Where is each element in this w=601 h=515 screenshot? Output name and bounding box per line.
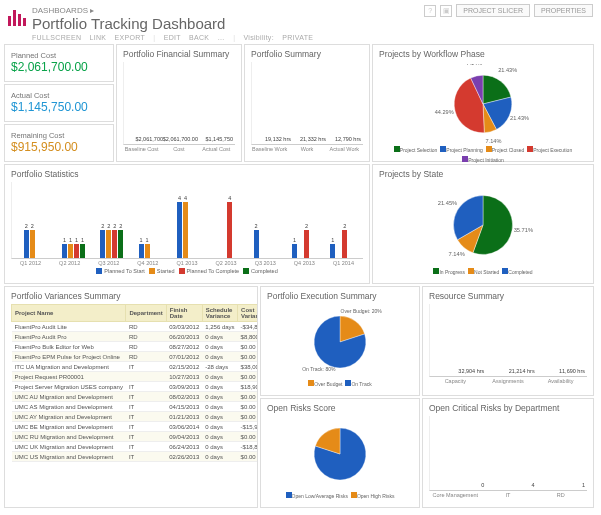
table-row[interactable]: FluentPro EPM Pulse for Project OnlineRD… (12, 352, 259, 362)
link-link[interactable]: LINK (90, 34, 107, 41)
card-statistics: Portfolio Statistics 2211112222114442121… (4, 164, 370, 284)
table-row[interactable]: FluentPro Bulk Editor for WebRD08/27/201… (12, 342, 259, 352)
toolbar-links: FULLSCREEN LINK EXPORT | EDIT BACK … | V… (32, 34, 319, 41)
card-risks-dept: Open Critical Risks by Department 041 Co… (422, 398, 594, 508)
card-execution: Portfolio Execution Summary Over Budget:… (260, 286, 420, 396)
svg-text:7.14%: 7.14% (466, 64, 482, 66)
table-row[interactable]: FluentPro Audit ProRD06/20/20130 days$8,… (12, 332, 259, 342)
value-actual: $1,145,750.00 (11, 100, 107, 114)
label-remaining: Remaining Cost (11, 131, 107, 140)
value-remaining: $915,950.00 (11, 140, 107, 154)
table-row[interactable]: UMC RU Migration and DevelopmentIT09/04/… (12, 432, 259, 442)
financial-title: Portfolio Financial Summary (123, 49, 235, 59)
label-planned: Planned Cost (11, 51, 107, 60)
link-edit[interactable]: EDIT (164, 34, 181, 41)
table-row[interactable]: UMC BE Migration and DevelopmentIT03/06/… (12, 422, 259, 432)
card-risks-score: Open Risks Score Open Low/Average RisksO… (260, 398, 420, 508)
table-row[interactable]: ITC UA Migration and DevelopmentIT02/15/… (12, 362, 259, 372)
project-slicer-button[interactable]: PROJECT SLICER (456, 4, 530, 17)
execution-title: Portfolio Execution Summary (267, 291, 413, 301)
value-planned: $2,061,700.00 (11, 60, 107, 74)
card-planned-cost: Planned Cost $2,061,700.00 (4, 44, 114, 82)
card-portfolio-summary: Portfolio Summary 19,132 hrs21,332 hrs12… (244, 44, 370, 162)
table-row[interactable]: Project Server Migration USES companyIT0… (12, 382, 259, 392)
card-actual-cost: Actual Cost $1,145,750.00 (4, 84, 114, 122)
topbar: DASHBOARDS ▸ Portfolio Tracking Dashboar… (0, 0, 601, 36)
table-row[interactable]: UMC AU Migration and DevelopmentIT08/02/… (12, 392, 259, 402)
svg-text:21.43%: 21.43% (510, 115, 529, 121)
svg-text:21.43%: 21.43% (498, 67, 517, 73)
table-row[interactable]: UMC AY Migration and DevelopmentIT01/21/… (12, 412, 259, 422)
table-row[interactable]: UMC US Migration and DevelopmentIT02/26/… (12, 452, 259, 462)
table-row[interactable]: Project Request PR0000110/27/20130 days$… (12, 372, 259, 382)
svg-text:35.71%: 35.71% (514, 227, 533, 233)
variances-table: Project NameDepartmentFinish DateSchedul… (11, 304, 258, 462)
risks-score-title: Open Risks Score (267, 403, 413, 413)
table-row[interactable]: UMC AS Migration and DevelopmentIT04/15/… (12, 402, 259, 412)
svg-text:On Track: 80%: On Track: 80% (302, 366, 336, 372)
svg-text:Over Budget: 20%: Over Budget: 20% (341, 308, 383, 314)
visibility-value: PRIVATE (282, 34, 313, 41)
statistics-title: Portfolio Statistics (11, 169, 363, 179)
summary-title: Portfolio Summary (251, 49, 363, 59)
card-variances: Portfolio Variances Summary Project Name… (4, 286, 258, 508)
variances-title: Portfolio Variances Summary (11, 291, 251, 301)
link-more[interactable]: … (218, 34, 225, 41)
svg-text:44.29%: 44.29% (435, 109, 454, 115)
svg-text:7.14%: 7.14% (449, 251, 465, 257)
card-by-state: Projects by State 35.71%7.14%21.45% In P… (372, 164, 594, 284)
link-back[interactable]: BACK (189, 34, 209, 41)
risks-dept-title: Open Critical Risks by Department (429, 403, 587, 413)
crop-icon[interactable]: ▣ (440, 5, 452, 17)
svg-text:7.14%: 7.14% (486, 138, 502, 144)
app-logo (8, 8, 26, 26)
link-fullscreen[interactable]: FULLSCREEN (32, 34, 81, 41)
card-resource: Resource Summary 32,904 hrs21,214 hrs11,… (422, 286, 594, 396)
link-export[interactable]: EXPORT (115, 34, 145, 41)
card-remaining-cost: Remaining Cost $915,950.00 (4, 124, 114, 162)
workflow-title: Projects by Workflow Phase (379, 49, 587, 59)
bystate-title: Projects by State (379, 169, 587, 179)
table-row[interactable]: FluentPro Audit LiteRD03/03/20121,256 da… (12, 322, 259, 332)
breadcrumb[interactable]: DASHBOARDS ▸ (32, 6, 319, 15)
resource-title: Resource Summary (429, 291, 587, 301)
card-financial-summary: Portfolio Financial Summary $2,061,700$2… (116, 44, 242, 162)
svg-text:21.45%: 21.45% (438, 200, 457, 206)
page-title: Portfolio Tracking Dashboard (32, 15, 319, 32)
properties-button[interactable]: PROPERTIES (534, 4, 593, 17)
help-icon[interactable]: ? (424, 5, 436, 17)
table-row[interactable]: UMC UK Migration and DevelopmentIT06/24/… (12, 442, 259, 452)
label-actual: Actual Cost (11, 91, 107, 100)
card-workflow-phase: Projects by Workflow Phase 21.43%21.43%7… (372, 44, 594, 162)
visibility-label: Visibility: (244, 34, 274, 41)
